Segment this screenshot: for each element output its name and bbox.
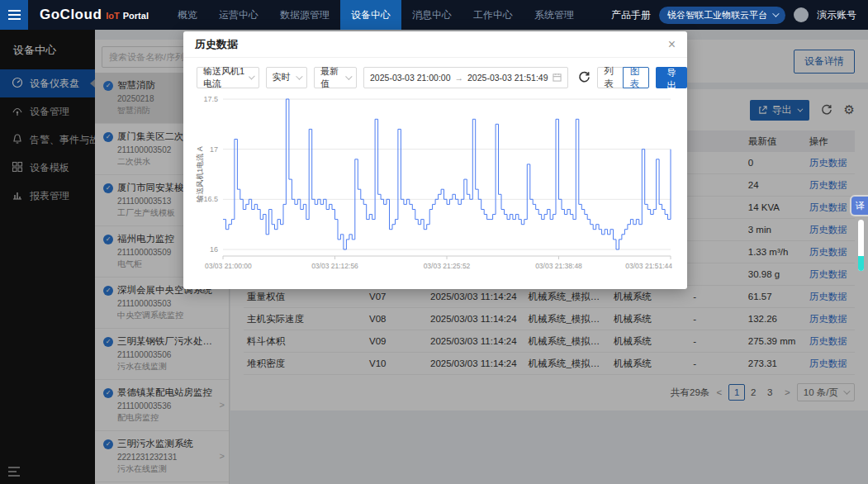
svg-text:03/03 21:12:56: 03/03 21:12:56: [311, 262, 358, 270]
modal-toolbar: 输送风机1电流 实时 最新值 2025-03-03 21:00:00 → 202…: [183, 58, 687, 89]
svg-text:03/03 21:51:44: 03/03 21:51:44: [625, 262, 672, 270]
svg-text:16.5: 16.5: [203, 195, 218, 203]
chevron-down-icon: [296, 73, 302, 79]
modal-title: 历史数据: [195, 37, 238, 52]
topbar-right: 产品手册 锐谷智联工业物联云平台 演示账号: [611, 7, 868, 24]
nav-tab-概览[interactable]: 概览: [167, 0, 208, 30]
nav-tab-工作中心[interactable]: 工作中心: [462, 0, 524, 30]
product-manual-link[interactable]: 产品手册: [611, 8, 651, 22]
close-icon[interactable]: ×: [668, 38, 676, 51]
primary-nav: 概览运营中心数据源管理设备中心消息中心工作中心系统管理: [167, 0, 585, 30]
chevron-down-icon: [249, 73, 255, 79]
aggregation-select[interactable]: 最新值: [314, 67, 357, 88]
avatar[interactable]: [794, 7, 809, 22]
modal-header: 历史数据 ×: [183, 31, 687, 58]
modal-export-button[interactable]: 导出: [656, 67, 687, 88]
svg-text:17.5: 17.5: [203, 95, 218, 103]
logo-portal-text: Portal: [123, 11, 149, 21]
logo-iot-text: IoT: [106, 11, 120, 21]
page-scrollbar[interactable]: [858, 220, 864, 271]
nav-tab-数据源管理[interactable]: 数据源管理: [269, 0, 340, 30]
chevron-down-icon: [346, 73, 353, 79]
date-end: 2025-03-03 21:51:49: [467, 73, 548, 83]
svg-text:03/03 21:38:48: 03/03 21:38:48: [535, 262, 582, 270]
nav-tab-系统管理[interactable]: 系统管理: [524, 0, 585, 30]
svg-text:17: 17: [210, 145, 218, 154]
calendar-icon: [553, 73, 562, 82]
translate-float-button[interactable]: 译: [851, 197, 868, 215]
chevron-down-icon: [772, 10, 779, 17]
history-chart: 1616.51717.503/03 21:00:0003/03 21:12:56…: [183, 89, 687, 282]
platform-label: 锐谷智联工业物联云平台: [667, 9, 767, 21]
topbar: GoCloud IoT Portal 概览运营中心数据源管理设备中心消息中心工作…: [0, 0, 868, 30]
svg-text:03/03 21:25:52: 03/03 21:25:52: [424, 262, 471, 270]
logo: GoCloud IoT Portal: [40, 7, 149, 23]
account-name: 演示账号: [817, 8, 856, 22]
logo-text: GoCloud: [40, 7, 102, 23]
svg-text:03/03 21:00:00: 03/03 21:00:00: [205, 262, 252, 270]
view-toggle: 列表图表: [597, 67, 649, 88]
date-separator: →: [455, 73, 464, 83]
nav-tab-设备中心[interactable]: 设备中心: [340, 0, 401, 30]
view-toggle-图表[interactable]: 图表: [623, 67, 649, 88]
svg-text:16: 16: [210, 245, 218, 254]
menu-icon[interactable]: [0, 0, 28, 30]
attribute-select[interactable]: 输送风机1电流: [197, 67, 259, 88]
date-start: 2025-03-03 21:00:00: [370, 73, 451, 83]
date-range-picker[interactable]: 2025-03-03 21:00:00 → 2025-03-03 21:51:4…: [363, 67, 568, 88]
refresh-icon[interactable]: [578, 71, 591, 83]
svg-text:输送风机1电流 A: 输送风机1电流 A: [196, 146, 204, 203]
platform-select[interactable]: 锐谷智联工业物联云平台: [659, 7, 785, 24]
nav-tab-消息中心[interactable]: 消息中心: [401, 0, 462, 30]
history-data-modal: 历史数据 × 输送风机1电流 实时 最新值 2025-03-03 21:00:0…: [183, 31, 687, 289]
view-toggle-列表[interactable]: 列表: [597, 67, 624, 88]
nav-tab-运营中心[interactable]: 运营中心: [208, 0, 269, 30]
mode-select[interactable]: 实时: [266, 67, 307, 88]
